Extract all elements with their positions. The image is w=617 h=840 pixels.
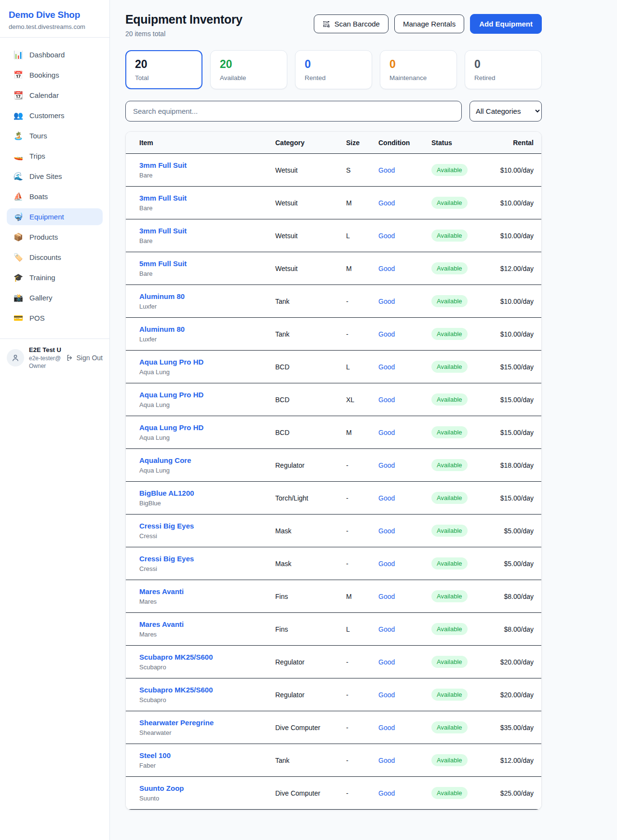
status-badge: Available — [431, 426, 468, 438]
sign-out-button[interactable]: Sign Out — [66, 354, 103, 362]
item-condition-link[interactable]: Good — [378, 494, 431, 502]
sidebar-item[interactable]: 💳 POS — [7, 310, 103, 326]
item-brand: Mares — [139, 598, 275, 605]
scan-barcode-button[interactable]: Scan Barcode — [314, 14, 389, 33]
sidebar-item[interactable]: 📊 Dashboard — [7, 46, 103, 63]
sidebar-item[interactable]: 🌊 Dive Sites — [7, 168, 103, 185]
item-rental-price: $5.00/day — [500, 560, 534, 568]
item-condition-link[interactable]: Good — [378, 527, 431, 535]
item-name-link[interactable]: Scubapro MK25/S600 — [139, 686, 213, 694]
sidebar-item[interactable]: 🤿 Equipment — [7, 208, 103, 225]
item-name-link[interactable]: Scubapro MK25/S600 — [139, 653, 213, 661]
item-condition-link[interactable]: Good — [378, 691, 431, 699]
item-condition-link[interactable]: Good — [378, 298, 431, 305]
search-input[interactable] — [125, 101, 462, 122]
item-condition-link[interactable]: Good — [378, 757, 431, 764]
item-condition-link[interactable]: Good — [378, 461, 431, 469]
sidebar-item[interactable]: 📸 Gallery — [7, 289, 103, 306]
shop-name[interactable]: Demo Dive Shop — [9, 10, 101, 20]
item-name-link[interactable]: Aluminum 80 — [139, 292, 185, 300]
table-row: Scubapro MK25/S600 Scubapro Regulator - … — [126, 678, 541, 711]
item-name-link[interactable]: Suunto Zoop — [139, 784, 184, 792]
item-condition-link[interactable]: Good — [378, 658, 431, 666]
item-name-link[interactable]: 3mm Full Suit — [139, 161, 187, 169]
nav-item-icon: 🤿 — [13, 213, 23, 221]
item-condition-link[interactable]: Good — [378, 363, 431, 371]
column-header-item: Item — [139, 139, 275, 147]
item-rental-price: $25.00/day — [500, 789, 534, 797]
table-row: Shearwater Peregrine Shearwater Dive Com… — [126, 711, 541, 744]
table-row: Aluminum 80 Luxfer Tank - Good Available… — [126, 318, 541, 351]
item-name-link[interactable]: Cressi Big Eyes — [139, 522, 194, 530]
brand-block: Demo Dive Shop demo.test.divestreams.com — [0, 0, 109, 38]
sidebar-item[interactable]: 👥 Customers — [7, 107, 103, 124]
item-name-link[interactable]: Aqualung Core — [139, 456, 191, 464]
item-condition-link[interactable]: Good — [378, 265, 431, 272]
item-name-link[interactable]: Cressi Big Eyes — [139, 555, 194, 563]
stat-card[interactable]: 0 Retired — [465, 50, 542, 89]
sidebar-item[interactable]: 📅 Bookings — [7, 67, 103, 83]
status-badge: Available — [431, 295, 468, 307]
page-title: Equipment Inventory — [125, 13, 242, 27]
column-header-rental: Rental — [500, 139, 534, 147]
item-condition-link[interactable]: Good — [378, 396, 431, 404]
stat-card[interactable]: 0 Rented — [295, 50, 372, 89]
nav-item-label: Boats — [29, 192, 48, 201]
sidebar-item[interactable]: 🎓 Training — [7, 269, 103, 286]
category-select[interactable]: All Categories — [469, 101, 542, 122]
item-name-link[interactable]: Shearwater Peregrine — [139, 718, 214, 727]
item-name-link[interactable]: 3mm Full Suit — [139, 194, 187, 202]
item-rental-price: $15.00/day — [500, 494, 534, 502]
item-rental-price: $15.00/day — [500, 429, 534, 436]
item-brand: Bare — [139, 270, 275, 277]
item-name-link[interactable]: 5mm Full Suit — [139, 259, 187, 268]
sidebar-item[interactable]: 📦 Products — [7, 229, 103, 245]
manage-rentals-label: Manage Rentals — [403, 20, 456, 28]
item-rental-price: $10.00/day — [500, 232, 534, 240]
stat-card[interactable]: 0 Maintenance — [380, 50, 457, 89]
item-category: Wetsuit — [275, 199, 346, 207]
sidebar-item[interactable]: 🚤 Trips — [7, 148, 103, 164]
item-size: - — [346, 560, 378, 568]
item-name-link[interactable]: 3mm Full Suit — [139, 227, 187, 235]
item-condition-link[interactable]: Good — [378, 429, 431, 436]
item-rental-price: $18.00/day — [500, 461, 534, 469]
nav-item-label: Customers — [29, 111, 65, 120]
item-condition-link[interactable]: Good — [378, 166, 431, 174]
item-condition-link[interactable]: Good — [378, 232, 431, 240]
item-name-link[interactable]: Mares Avanti — [139, 587, 184, 596]
item-name-link[interactable]: Mares Avanti — [139, 620, 184, 628]
status-badge: Available — [431, 459, 468, 471]
item-condition-link[interactable]: Good — [378, 593, 431, 600]
item-rental-price: $10.00/day — [500, 166, 534, 174]
page-header: Equipment Inventory 20 items total — [125, 13, 542, 38]
nav-item-label: Trips — [29, 152, 45, 160]
item-size: XL — [346, 396, 378, 404]
item-name-link[interactable]: Aluminum 80 — [139, 325, 185, 333]
sidebar-item[interactable]: 📆 Calendar — [7, 87, 103, 104]
table-header-row: Item Category Size Condition Status Rent… — [126, 132, 541, 154]
stat-value: 20 — [135, 58, 193, 71]
stat-card[interactable]: 20 Total — [125, 50, 202, 89]
sidebar-item[interactable]: ⛵ Boats — [7, 188, 103, 205]
item-condition-link[interactable]: Good — [378, 724, 431, 732]
add-equipment-button[interactable]: Add Equipment — [470, 14, 542, 34]
stat-card[interactable]: 20 Available — [210, 50, 287, 89]
item-name-link[interactable]: Aqua Lung Pro HD — [139, 391, 203, 399]
item-name-link[interactable]: Steel 100 — [139, 751, 171, 759]
table-row: Steel 100 Faber Tank - Good Available $1… — [126, 744, 541, 777]
item-name-link[interactable]: BigBlue AL1200 — [139, 489, 194, 497]
item-condition-link[interactable]: Good — [378, 560, 431, 568]
item-condition-link[interactable]: Good — [378, 199, 431, 207]
item-condition-link[interactable]: Good — [378, 789, 431, 797]
sidebar-item[interactable]: 🏷️ Discounts — [7, 249, 103, 266]
item-name-link[interactable]: Aqua Lung Pro HD — [139, 358, 203, 366]
manage-rentals-button[interactable]: Manage Rentals — [394, 14, 464, 33]
item-condition-link[interactable]: Good — [378, 625, 431, 633]
status-badge: Available — [431, 393, 468, 406]
item-size: - — [346, 691, 378, 699]
item-name-link[interactable]: Aqua Lung Pro HD — [139, 423, 203, 432]
sidebar-item[interactable]: 🏝️ Tours — [7, 127, 103, 144]
item-condition-link[interactable]: Good — [378, 330, 431, 338]
table-row: Scubapro MK25/S600 Scubapro Regulator - … — [126, 646, 541, 678]
